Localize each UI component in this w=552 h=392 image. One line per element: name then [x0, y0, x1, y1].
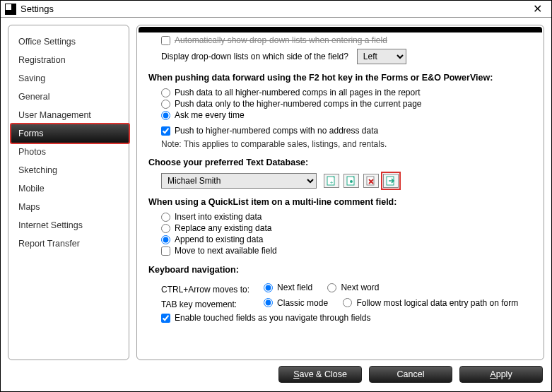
ctrl-arrow-word-label: Next word — [341, 283, 379, 292]
push-no-address-label: Push to higher-numbered comps with no ad… — [175, 126, 378, 136]
db-new-icon[interactable] — [343, 174, 359, 188]
push-ask-radio[interactable] — [161, 111, 170, 120]
footer: Save & Close Cancel Apply — [1, 360, 551, 391]
sidebar-item-report-transfer[interactable]: Report Transfer — [14, 234, 126, 253]
push-all-radio[interactable] — [161, 88, 170, 97]
db-add-icon[interactable]: + — [324, 174, 339, 188]
save-close-button[interactable]: Save & Close — [278, 366, 362, 383]
tab-logical-label: Follow most logical data entry path on f… — [356, 298, 518, 308]
sidebar-item-sketching[interactable]: Sketching — [14, 161, 126, 179]
sidebar-item-general[interactable]: General — [14, 88, 126, 106]
push-note: Note: This applies to comparable sales, … — [161, 139, 532, 149]
ctrl-arrow-word-radio[interactable] — [327, 283, 336, 292]
auto-dropdown-checkbox[interactable] — [161, 36, 170, 45]
cancel-button[interactable]: Cancel — [369, 366, 452, 383]
quicklist-insert-label: Insert into existing data — [175, 212, 262, 222]
svg-point-3 — [350, 180, 353, 183]
dropdown-side-select[interactable]: Left — [357, 49, 406, 64]
sidebar-item-user-management[interactable]: User Management — [14, 106, 126, 124]
auto-dropdown-label: Automatically show drop-down lists when … — [175, 35, 387, 45]
push-current-label: Push data only to the higher-numbered co… — [175, 99, 422, 109]
sidebar-item-saving[interactable]: Saving — [14, 69, 126, 88]
titlebar: Settings ✕ — [1, 1, 551, 18]
ctrl-arrow-label: CTRL+Arrow moves to: — [161, 282, 264, 295]
push-no-address-checkbox[interactable] — [161, 126, 170, 136]
db-section-title: Choose your preferred Text Database: — [148, 158, 532, 167]
quicklist-move-checkbox[interactable] — [161, 247, 170, 256]
sidebar-item-forms[interactable]: Forms — [10, 123, 130, 144]
close-button[interactable]: ✕ — [527, 4, 547, 15]
touched-fields-label: Enable touched fields as you navigate th… — [175, 313, 371, 323]
sidebar-item-office-settings[interactable]: Office Settings — [14, 32, 126, 51]
quicklist-append-radio[interactable] — [161, 235, 170, 244]
content-header-bar — [139, 27, 542, 32]
quicklist-replace-label: Replace any existing data — [175, 223, 271, 233]
push-current-radio[interactable] — [161, 100, 170, 109]
push-all-label: Push data to all higher-numbered comps i… — [175, 88, 421, 97]
sidebar-item-internet-settings[interactable]: Internet Settings — [14, 216, 126, 234]
quicklist-title: When using a QuickList item on a multi-l… — [148, 197, 532, 207]
sidebar-item-mobile[interactable]: Mobile — [14, 179, 126, 198]
tab-key-label: TAB key movement: — [161, 297, 264, 310]
sidebar-item-photos[interactable]: Photos — [14, 143, 126, 161]
db-delete-icon[interactable] — [363, 174, 379, 188]
ctrl-arrow-field-radio[interactable] — [264, 283, 273, 292]
window-title: Settings — [20, 4, 54, 14]
app-icon — [5, 4, 16, 15]
apply-button[interactable]: Apply — [459, 366, 543, 383]
quicklist-move-label: Move to next available field — [175, 246, 277, 256]
content-scroll[interactable]: Automatically show drop-down lists when … — [139, 32, 542, 358]
push-section-title: When pushing data forward using the F2 h… — [148, 73, 532, 83]
sidebar-item-registration[interactable]: Registration — [14, 51, 126, 69]
ctrl-arrow-field-label: Next field — [277, 283, 312, 292]
tab-logical-radio[interactable] — [343, 298, 352, 307]
quicklist-insert-radio[interactable] — [161, 213, 170, 222]
dropdown-side-label: Display drop-down lists on which side of… — [161, 52, 348, 61]
text-database-select[interactable]: Michael Smith — [161, 173, 317, 189]
push-ask-label: Ask me every time — [175, 110, 245, 120]
keynav-title: Keyboard navigation: — [148, 265, 532, 275]
sidebar: Office Settings Registration Saving Gene… — [8, 25, 129, 360]
content-panel: Automatically show drop-down lists when … — [136, 25, 544, 360]
quicklist-replace-radio[interactable] — [161, 224, 170, 233]
db-migrate-icon[interactable] — [383, 174, 399, 188]
sidebar-item-maps[interactable]: Maps — [14, 198, 126, 216]
quicklist-append-label: Append to existing data — [175, 234, 263, 244]
settings-window: Settings ✕ Office Settings Registration … — [0, 0, 552, 392]
tab-classic-radio[interactable] — [264, 298, 273, 307]
svg-text:+: + — [330, 179, 334, 186]
tab-classic-label: Classic mode — [277, 298, 328, 308]
touched-fields-checkbox[interactable] — [161, 314, 170, 323]
